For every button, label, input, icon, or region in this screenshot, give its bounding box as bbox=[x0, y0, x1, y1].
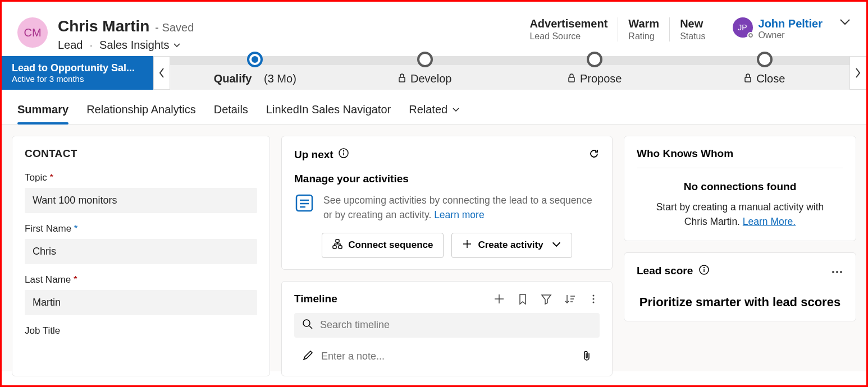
sort-icon[interactable] bbox=[564, 293, 576, 305]
search-icon bbox=[302, 319, 313, 332]
record-title: Chris Martin bbox=[58, 17, 149, 35]
pencil-icon bbox=[302, 350, 313, 363]
create-activity-button[interactable]: Create activity bbox=[451, 233, 572, 258]
activity-list-icon bbox=[294, 193, 314, 215]
timeline-section: Timeline bbox=[281, 281, 613, 376]
tab-linkedin[interactable]: LinkedIn Sales Navigator bbox=[266, 99, 391, 124]
wkw-no-connections: No connections found bbox=[637, 181, 843, 193]
learn-more-link[interactable]: Learn more bbox=[434, 209, 485, 220]
lock-icon bbox=[744, 72, 752, 85]
topic-input[interactable] bbox=[25, 188, 257, 213]
more-icon[interactable] bbox=[587, 293, 600, 305]
record-header: CM Chris Martin - Saved Lead · Sales Ins… bbox=[2, 2, 866, 52]
header-field-owner[interactable]: JP John Peltier Owner bbox=[716, 17, 823, 40]
chevron-down-icon bbox=[452, 103, 460, 116]
lastname-input[interactable] bbox=[25, 290, 257, 315]
bpf-next-button[interactable] bbox=[849, 56, 866, 90]
tab-related[interactable]: Related bbox=[409, 99, 460, 124]
timeline-title: Timeline bbox=[294, 293, 482, 305]
topic-label: Topic * bbox=[25, 172, 257, 183]
timeline-search-input[interactable] bbox=[320, 319, 592, 331]
svg-point-5 bbox=[343, 151, 344, 151]
section-title: CONTACT bbox=[25, 148, 257, 160]
wkw-title: Who Knows Whom bbox=[637, 148, 843, 168]
form-tabs: Summary Relationship Analytics Details L… bbox=[2, 90, 866, 125]
firstname-label: First Name * bbox=[25, 223, 257, 234]
svg-rect-1 bbox=[569, 77, 574, 82]
separator-dot: · bbox=[90, 39, 93, 52]
record-avatar: CM bbox=[17, 17, 48, 48]
up-next-section: Up next Manage your activities See upcom… bbox=[281, 136, 613, 270]
svg-rect-11 bbox=[333, 246, 336, 248]
info-icon[interactable] bbox=[698, 264, 710, 278]
timeline-note-row[interactable] bbox=[294, 343, 600, 370]
bpf-stage-close[interactable]: Close bbox=[680, 56, 850, 90]
wkw-subtext: Start by creating a manual activity with… bbox=[637, 200, 843, 229]
who-knows-whom-section: Who Knows Whom No connections found Star… bbox=[624, 136, 856, 241]
wkw-learn-more-link[interactable]: Learn More. bbox=[743, 216, 796, 227]
more-icon[interactable] bbox=[831, 266, 843, 276]
chevron-down-icon bbox=[551, 239, 561, 252]
svg-point-22 bbox=[593, 298, 595, 300]
timeline-search[interactable] bbox=[294, 313, 600, 338]
chevron-down-icon bbox=[173, 39, 181, 52]
svg-rect-10 bbox=[336, 239, 339, 242]
svg-point-28 bbox=[704, 267, 705, 268]
save-status: - Saved bbox=[155, 21, 194, 34]
filter-icon[interactable] bbox=[540, 293, 552, 305]
add-icon[interactable] bbox=[493, 293, 505, 305]
svg-line-25 bbox=[309, 326, 312, 329]
svg-point-29 bbox=[832, 271, 834, 273]
up-next-subtitle: Manage your activities bbox=[294, 173, 600, 185]
business-process-flow: Lead to Opportunity Sal... Active for 3 … bbox=[2, 56, 866, 90]
tab-relationship-analytics[interactable]: Relationship Analytics bbox=[86, 99, 196, 124]
bpf-stage-develop[interactable]: Develop bbox=[340, 56, 510, 90]
header-field-rating[interactable]: Warm Rating bbox=[618, 17, 669, 42]
lock-icon bbox=[568, 72, 575, 85]
lock-icon bbox=[398, 72, 406, 85]
stage-circle-icon bbox=[417, 52, 433, 67]
attachment-icon[interactable] bbox=[582, 350, 592, 363]
up-next-description: See upcoming activities by connecting th… bbox=[323, 193, 600, 223]
stage-circle-icon bbox=[757, 52, 773, 67]
svg-point-23 bbox=[593, 301, 595, 303]
svg-rect-12 bbox=[339, 246, 342, 248]
lead-score-section: Lead score Prioritize smarter with lead … bbox=[624, 252, 856, 321]
contact-section: CONTACT Topic * First Name * Last Name *… bbox=[12, 136, 270, 376]
hierarchy-icon bbox=[332, 239, 342, 252]
header-fields: Advertisement Lead Source Warm Rating Ne… bbox=[519, 17, 851, 42]
svg-point-31 bbox=[840, 271, 842, 273]
up-next-title: Up next bbox=[294, 149, 334, 161]
tab-summary[interactable]: Summary bbox=[17, 99, 68, 124]
svg-point-21 bbox=[593, 294, 595, 296]
presence-indicator bbox=[747, 32, 754, 39]
connect-sequence-button[interactable]: Connect sequence bbox=[322, 233, 444, 258]
lead-score-headline: Prioritize smarter with lead scores bbox=[637, 295, 843, 310]
svg-point-30 bbox=[836, 271, 838, 273]
svg-rect-0 bbox=[399, 77, 405, 82]
header-expand-button[interactable] bbox=[839, 17, 851, 27]
lead-score-title: Lead score bbox=[637, 265, 693, 277]
owner-avatar: JP bbox=[733, 17, 753, 38]
form-selector[interactable]: Sales Insights bbox=[99, 39, 181, 52]
lastname-label: Last Name * bbox=[25, 274, 257, 285]
firstname-input[interactable] bbox=[25, 239, 257, 264]
bpf-stage-propose[interactable]: Propose bbox=[510, 56, 680, 90]
entity-label: Lead bbox=[58, 39, 83, 52]
svg-rect-2 bbox=[745, 77, 751, 82]
jobtitle-label: Job Title bbox=[25, 325, 257, 337]
header-field-leadsource[interactable]: Advertisement Lead Source bbox=[519, 17, 618, 42]
header-field-status[interactable]: New Status bbox=[669, 17, 715, 42]
bpf-process-label[interactable]: Lead to Opportunity Sal... Active for 3 … bbox=[2, 56, 153, 90]
bpf-prev-button[interactable] bbox=[153, 56, 170, 90]
refresh-icon[interactable] bbox=[588, 148, 600, 162]
timeline-note-input[interactable] bbox=[321, 351, 574, 362]
plus-icon bbox=[462, 239, 472, 252]
bpf-stage-qualify[interactable]: Qualify (3 Mo) bbox=[170, 56, 340, 90]
svg-point-24 bbox=[303, 320, 310, 326]
info-icon[interactable] bbox=[338, 148, 349, 162]
tab-details[interactable]: Details bbox=[214, 99, 248, 124]
bookmark-icon[interactable] bbox=[517, 293, 529, 305]
